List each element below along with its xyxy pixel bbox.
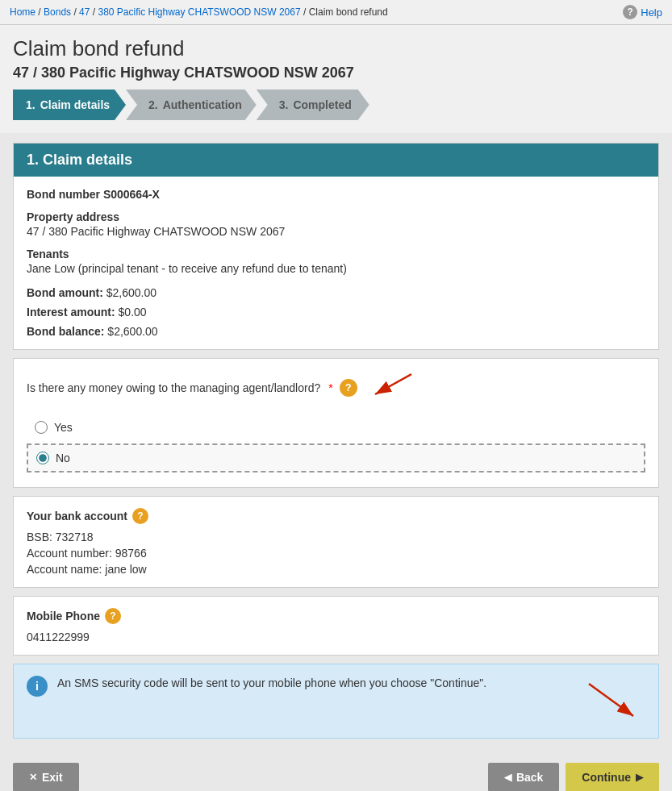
continue-arrow (581, 676, 645, 726)
radio-yes-option[interactable]: Yes (27, 414, 645, 440)
exit-label: Exit (42, 771, 63, 784)
page-title: Claim bond refund (13, 36, 659, 61)
step-3-label: Completed (293, 98, 351, 111)
back-icon: ◀ (504, 772, 511, 783)
claim-details-card: 1. Claim details Bond number S000664-X P… (13, 143, 659, 350)
account-number-label: Account number: (27, 547, 112, 560)
continue-button[interactable]: Continue ▶ (566, 763, 659, 791)
step-2[interactable]: 2. Authentication (126, 90, 257, 120)
interest-amount-label: Interest amount: (27, 306, 115, 318)
bank-title: Your bank account ? (27, 508, 645, 524)
arrow-svg (367, 370, 415, 402)
tenants-label: Tenants (27, 248, 645, 260)
bsb-label: BSB: (27, 531, 52, 543)
interest-amount-value: $0.00 (119, 306, 147, 318)
continue-arrow-svg (581, 676, 645, 724)
interest-amount-row: Interest amount: $0.00 (27, 306, 645, 318)
radio-no-label: No (56, 452, 70, 464)
required-marker: * (328, 381, 332, 394)
step-1[interactable]: 1. Claim details (13, 90, 126, 120)
breadcrumb-bonds[interactable]: Bonds (44, 6, 71, 18)
exit-button[interactable]: ✕ Exit (13, 763, 79, 791)
step-3-number: 3. (279, 98, 289, 111)
tenants-value: Jane Low (principal tenant - to receive … (27, 262, 645, 275)
help-icon: ? (623, 5, 637, 19)
bond-amount-row: Bond amount: $2,600.00 (27, 286, 645, 299)
question-help-icon[interactable]: ? (340, 379, 357, 397)
property-label: Property address (27, 210, 645, 223)
bond-amount-label: Bond amount: (27, 286, 103, 299)
page-header: Claim bond refund 47 / 380 Pacific Highw… (0, 25, 672, 90)
annotation-arrow (367, 370, 415, 405)
account-name-value: jane low (105, 563, 146, 576)
radio-no[interactable] (36, 452, 49, 464)
breadcrumb-unit[interactable]: 47 (79, 6, 90, 18)
question-text: Is there any money owing to the managing… (27, 381, 320, 394)
svg-line-3 (589, 684, 633, 716)
top-nav: Home / Bonds / 47 / 380 Pacific Highway … (0, 0, 672, 25)
mobile-title: Mobile Phone ? (27, 608, 645, 624)
bond-balance-value: $2,600.00 (107, 325, 157, 338)
stepper: 1. Claim details 2. Authentication 3. Co… (0, 90, 672, 133)
svg-line-1 (375, 374, 411, 394)
bottom-bar: ✕ Exit ◀ Back Continue ▶ (0, 756, 672, 791)
back-label: Back (516, 771, 543, 784)
radio-no-option[interactable]: No (27, 443, 645, 473)
exit-icon: ✕ (29, 772, 37, 783)
continue-label: Continue (582, 771, 631, 784)
info-banner: i An SMS security code will be sent to y… (13, 664, 659, 739)
step-2-label: Authentication (163, 98, 242, 111)
account-number-value: 98766 (115, 547, 147, 560)
main-content: 1. Claim details Bond number S000664-X P… (0, 133, 672, 756)
step-1-number: 1. (26, 98, 35, 111)
bank-section: Your bank account ? BSB: 732718 Account … (13, 496, 659, 588)
page-subtitle: 47 / 380 Pacific Highway CHATSWOOD NSW 2… (13, 65, 659, 81)
bond-amount-value: $2,600.00 (106, 286, 157, 299)
breadcrumb: Home / Bonds / 47 / 380 Pacific Highway … (10, 6, 388, 18)
question-section: Is there any money owing to the managing… (13, 358, 659, 488)
step-1-label: Claim details (40, 98, 110, 111)
info-icon: i (27, 676, 48, 697)
account-number-row: Account number: 98766 (27, 547, 645, 560)
bank-help-icon[interactable]: ? (132, 508, 148, 524)
breadcrumb-home[interactable]: Home (10, 6, 35, 18)
help-label: Help (641, 6, 662, 19)
property-value: 47 / 380 Pacific Highway CHATSWOOD NSW 2… (27, 225, 645, 238)
mobile-help-icon[interactable]: ? (105, 608, 121, 624)
back-button[interactable]: ◀ Back (488, 763, 559, 791)
step-3[interactable]: 3. Completed (257, 90, 369, 120)
mobile-section: Mobile Phone ? 0411222999 (13, 596, 659, 656)
mobile-value: 0411222999 (27, 631, 645, 643)
radio-yes[interactable] (35, 421, 48, 434)
continue-icon: ▶ (636, 772, 643, 783)
radio-yes-label: Yes (54, 421, 73, 434)
section-body: Bond number S000664-X Property address 4… (14, 177, 658, 349)
bsb-row: BSB: 732718 (27, 531, 645, 543)
info-text: An SMS security code will be sent to you… (57, 676, 486, 692)
breadcrumb-address[interactable]: 380 Pacific Highway CHATSWOOD NSW 2067 (98, 6, 300, 18)
breadcrumb-current: Claim bond refund (309, 6, 388, 18)
question-row: Is there any money owing to the managing… (27, 370, 645, 405)
step-2-number: 2. (148, 98, 158, 111)
section-header: 1. Claim details (14, 144, 658, 177)
bsb-value: 732718 (56, 531, 94, 543)
help-link[interactable]: ? Help (623, 5, 662, 19)
account-name-row: Account name: jane low (27, 563, 645, 576)
bond-balance-row: Bond balance: $2,600.00 (27, 325, 645, 338)
bond-number: Bond number S000664-X (27, 188, 645, 201)
account-name-label: Account name: (27, 563, 102, 576)
bond-balance-label: Bond balance: (27, 325, 104, 338)
